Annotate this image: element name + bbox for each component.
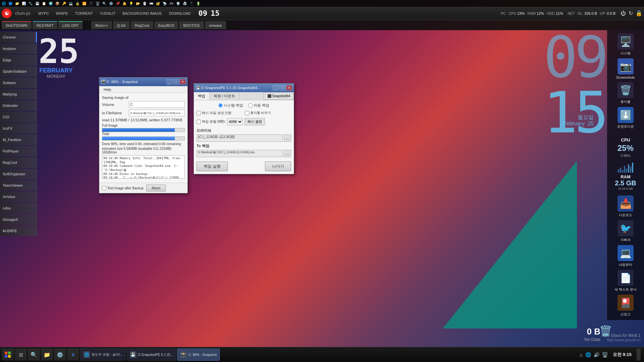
file-explorer-button[interactable]: 📁 [41,349,53,361]
sidebar-item-softorganizer[interactable]: SoftOrganizer [0,169,37,179]
sidebar-item-spidersolitaire[interactable]: SpiderSolitaire [0,66,37,77]
abort-button[interactable]: Abort [146,185,166,191]
drive-checkbox[interactable] [245,111,249,115]
system-icon[interactable]: 🖥️ 시스템 [614,34,637,56]
dsnapshot-minimize-btn[interactable]: _ [273,85,279,90]
snapshot-close-btn[interactable]: ✕ [180,79,186,84]
sidebar-item-rufus[interactable]: rufus [0,203,37,214]
sidebar-item-solitaire[interactable]: Solitaire [0,77,37,88]
hash-result-btn[interactable]: 해시 결정 [245,118,265,125]
top-icon-19[interactable]: 🔔 [121,0,127,6]
split-checkbox[interactable] [197,120,201,124]
top-icon-12[interactable]: 🔒 [74,0,80,6]
settings-button[interactable]: ⚙️ [54,349,66,361]
ie-button[interactable]: e [67,349,79,361]
dsnapshot-app[interactable]: 💾 D.SnapshotPE 5.1 (D... [127,349,176,361]
top-icon-26[interactable]: 🎮 [168,0,174,6]
snapshot-maximize-btn[interactable]: □ [173,79,179,84]
download-button[interactable]: DOWNLOAD [166,10,194,16]
tray-network-icon[interactable]: 🌐 [585,352,591,357]
top-icon-25[interactable]: 📡 [162,0,168,6]
top-icon-9[interactable]: 📦 [54,0,60,6]
sidebar-item-xnview[interactable]: XnView [0,191,37,202]
sidebar-item-edge[interactable]: Edge [0,55,37,65]
tray-display-icon[interactable]: 🖥️ [602,352,608,357]
top-icon-29[interactable]: 📱 [189,0,195,6]
lock-icon[interactable]: 🔒 [636,10,642,16]
test-image-checkbox[interactable] [102,186,106,190]
sinmango-icon[interactable]: 🎴 신망고 [614,295,637,317]
top-icon-21[interactable]: 📂 [135,0,141,6]
snapshot-app[interactable]: 📸 C: 88% - Snapshot [177,349,220,361]
bootice-tab[interactable]: BOOTICE [179,21,204,29]
dsnapshot-backup-tab[interactable]: 백업 [194,92,210,100]
taskview-button[interactable]: ⊞ [15,349,27,361]
power-icon[interactable]: ⏻ [621,10,626,16]
download-icon[interactable]: 📥 다운로드 [614,195,637,218]
dsnapshot-close-btn[interactable]: ✕ [286,85,292,90]
drive-combo[interactable]: (C:)_119GB--[12.9GB] [197,134,283,142]
sidebar-item-mbrpe[interactable]: M-BRPE [0,226,37,236]
top-icon-18[interactable]: 📌 [115,0,121,6]
top-icon-24[interactable]: 🔐 [155,0,161,6]
top-icon-8[interactable]: 🌍 [48,0,54,6]
top-icon-5[interactable]: 🔧 [28,0,34,6]
sidebar-item-potplayer[interactable]: PotPlayer [0,146,37,157]
recycle-bin-icon[interactable]: 🗑️ 휴지통 [614,82,637,104]
top-icon-17[interactable]: ⚙️ [108,0,114,6]
background-image-button[interactable]: BACKGROUND IMAGE [120,10,164,16]
top-icon-11[interactable]: 💻 [68,0,74,6]
tray-volume-icon[interactable]: 🔊 [594,352,599,357]
top-icon-15[interactable]: 🖥️ [95,0,101,6]
top-icon-27[interactable]: 🛡️ [175,0,181,6]
top-icon-14[interactable]: 🎵 [88,0,94,6]
mypc-button[interactable]: MYPC [36,10,52,16]
start-button[interactable] [2,349,14,361]
sidebar-item-icofx[interactable]: IcoFX [0,123,37,134]
top-icon-30[interactable]: 🔋 [195,0,201,6]
top-icon-23[interactable]: ⌨️ [148,0,154,6]
winpe-button[interactable]: WINPE [53,10,71,16]
sidebar-item-mpartition[interactable]: M_Partition [0,134,37,145]
snapshot-minimize-btn[interactable]: _ [166,79,172,84]
exit-button[interactable]: 나가기 [265,162,291,171]
backup-run-button[interactable]: 백업 실행 [197,162,228,171]
torrent-down-icon[interactable]: ⬇️ 토렌트다운 [614,107,637,129]
vmware-tab[interactable]: vmware [205,21,226,29]
shutdown-tab[interactable]: SHUTDOWN [2,21,32,29]
top-icon-16[interactable]: 🔍 [101,0,107,6]
yudalit-button[interactable]: YUDALIT [97,10,118,16]
sidebar-item-gimagex[interactable]: GimageX [0,214,37,225]
to-browse-btn[interactable]: ... [284,150,291,157]
my-computer-icon[interactable]: 💻 내컴퓨터 [614,245,637,267]
sidebar-item-iexplore[interactable]: Iexplore [0,43,37,54]
sidebar-item-defender[interactable]: Defender [0,100,37,111]
taskbar-logo[interactable]: ☯ [2,8,12,18]
top-icon-6[interactable]: 💾 [34,0,40,6]
snapshot-help-menu[interactable]: Help [101,87,114,92]
auto-backup-radio-label[interactable]: 자동 백업 [248,103,269,108]
top-icon-2[interactable]: 🔵 [7,0,13,6]
top-icon-1[interactable]: 🌐 [1,0,7,6]
top-icon-10[interactable]: 🔑 [61,0,67,6]
tray-up-arrow[interactable]: △ [580,352,583,357]
dsnapshot-maximize-btn[interactable]: □ [279,85,285,90]
dsnapshot-restore-tab[interactable]: 복원 / 마운트 [210,92,239,100]
screenshots-icon[interactable]: 📷 Screenshots [614,58,637,79]
sidebar-item-regcool[interactable]: RegCool [0,157,37,168]
top-icon-4[interactable]: 📊 [21,0,27,6]
sidebar-item-teamviewer[interactable]: TeamViewer [0,180,37,191]
bism-tab[interactable]: Bism++ [91,21,112,29]
show-desktop-btn[interactable] [637,349,641,361]
filename-input[interactable] [129,110,185,116]
top-icon-7[interactable]: 📋 [41,0,47,6]
log-area[interactable]: 09:14:46 Memory Info: Total: 20417Mb, Fr… [102,155,185,179]
search-button[interactable]: 🔍 [28,349,40,361]
qdir-tab[interactable]: Q-Dir [113,21,130,29]
regcool-tab[interactable]: RegCool [131,21,153,29]
top-icon-3[interactable]: 📁 [14,0,20,6]
top-icon-20[interactable]: 💡 [128,0,134,6]
logoff-tab[interactable]: LOG OFF [58,21,83,29]
sidebar-item-mahjong[interactable]: Mahjong [0,89,37,100]
split-select[interactable]: 4096 [227,118,243,125]
